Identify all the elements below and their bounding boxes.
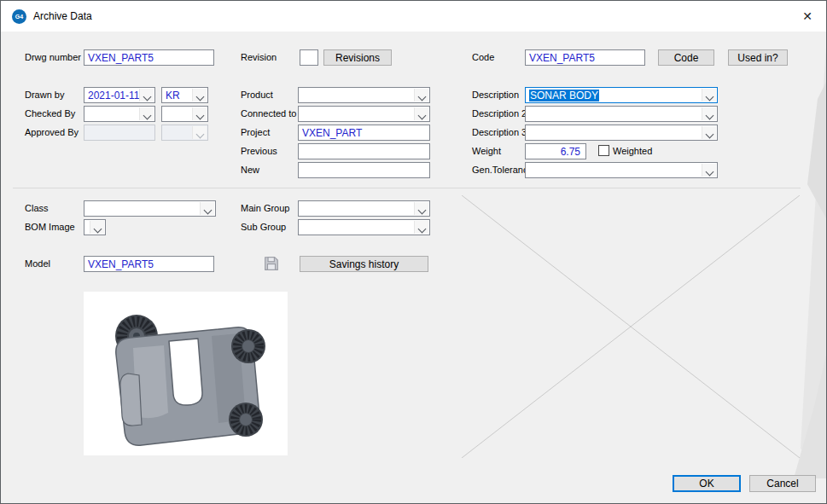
description-value: SONAR BODY	[529, 90, 599, 101]
project-field[interactable]: VXEN_PART	[298, 125, 430, 141]
gen-tolerance-combo[interactable]	[525, 162, 718, 178]
drwg-number-field[interactable]: VXEN_PART5	[84, 49, 214, 66]
drwg-number-label: Drwg number	[25, 52, 81, 62]
revision-field[interactable]	[300, 49, 318, 66]
checked-by-date-combo[interactable]	[84, 106, 155, 122]
chevron-down-icon[interactable]	[192, 89, 207, 101]
ok-button[interactable]: OK	[673, 475, 741, 492]
chevron-down-icon[interactable]	[702, 164, 716, 177]
description-2-combo[interactable]	[525, 106, 718, 122]
cancel-button[interactable]: Cancel	[749, 475, 816, 492]
new-label: New	[241, 165, 259, 175]
chevron-down-icon[interactable]	[192, 107, 207, 120]
class-label: Class	[25, 203, 49, 213]
model-label: Model	[25, 258, 50, 269]
archive-data-dialog: G4 Archive Data ✕ Drwg number VXEN_PART5…	[0, 0, 827, 504]
drawn-by-initials-value: KR	[166, 90, 180, 101]
drawn-by-label: Drawn by	[25, 90, 64, 100]
chevron-down-icon[interactable]	[702, 89, 716, 101]
previous-field[interactable]	[298, 143, 430, 159]
code-button[interactable]: Code	[658, 49, 714, 66]
project-label: Project	[241, 127, 270, 137]
chevron-down-icon[interactable]	[702, 107, 716, 120]
description-label: Description	[472, 90, 519, 100]
drawn-by-date-combo[interactable]: 2021-01-11	[84, 87, 155, 103]
weight-field[interactable]: 6.75	[525, 143, 586, 159]
code-field[interactable]: VXEN_PART5	[525, 49, 645, 66]
bom-image-combo[interactable]	[84, 219, 106, 235]
product-combo[interactable]	[298, 87, 430, 103]
sub-group-combo[interactable]	[298, 219, 430, 235]
preview-placeholder	[462, 195, 800, 458]
revision-label: Revision	[241, 52, 277, 62]
used-in-button[interactable]: Used in?	[728, 49, 788, 66]
chevron-down-icon[interactable]	[139, 107, 154, 120]
chevron-down-icon[interactable]	[90, 221, 104, 234]
new-field[interactable]	[298, 162, 430, 178]
revisions-button[interactable]: Revisions	[323, 49, 392, 66]
chevron-down-icon[interactable]	[414, 89, 428, 101]
description-combo[interactable]: SONAR BODY	[525, 87, 718, 103]
chevron-down-icon[interactable]	[414, 221, 428, 234]
model-field[interactable]: VXEN_PART5	[84, 256, 214, 272]
gen-tolerance-label: Gen.Tolerance	[472, 165, 533, 175]
weight-value: 6.75	[561, 146, 580, 158]
project-value: VXEN_PART	[302, 127, 362, 139]
approved-by-date-field	[84, 125, 155, 141]
chevron-down-icon[interactable]	[702, 126, 716, 139]
checked-by-label: Checked By	[25, 108, 75, 119]
model-preview-image	[84, 292, 288, 455]
chevron-down-icon[interactable]	[414, 107, 428, 120]
main-group-label: Main Group	[241, 203, 289, 213]
approved-by-initials-combo	[161, 125, 208, 141]
separator	[13, 188, 801, 188]
bom-image-label: BOM Image	[25, 222, 75, 232]
description-3-combo[interactable]	[525, 125, 718, 141]
dialog-title: Archive Data	[33, 10, 92, 22]
drwg-number-value: VXEN_PART5	[88, 52, 154, 64]
chevron-down-icon	[192, 126, 207, 139]
code-value: VXEN_PART5	[529, 52, 595, 64]
weighted-checkbox[interactable]	[598, 145, 609, 156]
checked-by-initials-combo[interactable]	[161, 106, 208, 122]
sub-group-label: Sub Group	[241, 222, 286, 232]
model-value: VXEN_PART5	[88, 258, 154, 270]
app-icon: G4	[12, 9, 26, 24]
chevron-down-icon[interactable]	[139, 89, 154, 101]
product-label: Product	[241, 90, 273, 100]
code-label: Code	[472, 52, 494, 62]
save-icon[interactable]	[264, 256, 279, 271]
drawn-by-initials-combo[interactable]: KR	[161, 87, 208, 103]
class-combo[interactable]	[84, 200, 216, 217]
connected-to-combo[interactable]	[298, 106, 430, 122]
connected-to-label: Connected to	[241, 108, 296, 119]
close-icon[interactable]: ✕	[789, 1, 826, 32]
drawn-by-date-value: 2021-01-11	[88, 90, 140, 101]
weighted-label: Weighted	[613, 146, 652, 156]
previous-label: Previous	[241, 146, 277, 156]
chevron-down-icon[interactable]	[414, 202, 428, 215]
weight-label: Weight	[472, 146, 501, 156]
description-3-label: Description 3	[472, 127, 527, 137]
main-group-combo[interactable]	[298, 200, 430, 217]
chevron-down-icon[interactable]	[200, 202, 214, 215]
approved-by-label: Approved By	[25, 127, 79, 137]
titlebar[interactable]: G4 Archive Data ✕	[1, 1, 826, 32]
savings-history-button[interactable]: Savings history	[300, 256, 428, 272]
knurled-knob-icon	[231, 329, 265, 363]
description-2-label: Description 2	[472, 108, 527, 119]
knurled-knob-icon	[229, 403, 263, 437]
